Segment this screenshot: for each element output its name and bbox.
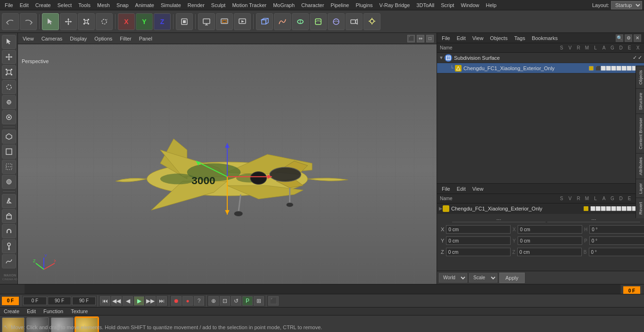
menu-window[interactable]: Window [458,1,482,9]
vp-expand-button[interactable]: ⬛ [407,35,415,42]
z-axis-button[interactable]: Z [154,13,171,30]
vp-arrows-button[interactable]: ⇔ [417,35,424,42]
sidebar-btn-5[interactable] [2,95,16,109]
redo-button[interactable] [20,13,37,30]
menu-edit[interactable]: Edit [17,1,32,9]
tc-extra-1[interactable]: ⊕ [208,296,219,306]
play-button[interactable]: ▶ [134,296,144,306]
menu-pipeline[interactable]: Pipeline [328,1,352,9]
sidebar-btn-box[interactable] [2,145,16,159]
sidebar-btn-wire[interactable] [2,160,16,174]
coord-b-val[interactable]: 0 ° [589,248,644,256]
deformer-button[interactable] [310,13,327,30]
obj-row-chengdu[interactable]: └ Chengdu_FC1_Xiaolong_Exterior_Only ⬛⬜⬜… [437,63,644,73]
menu-simulate[interactable]: Simulate [158,1,184,9]
select-tool-button[interactable] [42,13,59,30]
vp-menu-panel[interactable]: Panel [137,35,154,42]
menu-select[interactable]: Select [55,1,75,9]
coord-y-rot[interactable]: 0 cm [518,236,582,245]
move-tool-button[interactable] [60,13,77,30]
coord-y-pos[interactable]: 0 cm [446,236,511,245]
vp-menu-options[interactable]: Options [92,35,114,42]
mat-function[interactable]: Function [41,308,65,315]
menu-character[interactable]: Character [298,1,327,9]
rvt-attributes[interactable]: Attributes [636,153,644,179]
menu-file[interactable]: File [2,1,16,9]
obj-settings-button[interactable]: ⚙ [625,34,632,42]
obj-row-subdivision[interactable]: ▼ Subdivision Surface ✓ ✓ [437,53,644,63]
undo-button[interactable] [2,13,19,30]
end-frame-input2[interactable] [72,297,96,305]
coord-p-val[interactable]: 0 ° [589,236,644,245]
coord-x-rot[interactable]: 0 cm [518,225,582,234]
current-frame-input[interactable] [2,297,19,305]
menu-tools[interactable]: Tools [75,1,93,9]
menu-render[interactable]: Render [185,1,207,9]
attr-menu-edit[interactable]: Edit [455,185,468,193]
rvt-revert[interactable]: Revert [636,198,644,219]
coord-x-pos[interactable]: 0 cm [446,225,511,234]
tc-extra-4[interactable]: P [242,296,253,306]
sidebar-btn-magnet[interactable] [2,224,16,238]
sidebar-btn-knife[interactable] [2,194,16,208]
expand-icon[interactable]: ▼ [439,55,445,60]
render-to-picture-viewer-button[interactable] [198,13,215,30]
layout-select[interactable]: Startup [611,1,642,9]
apply-button[interactable]: Apply [499,273,525,283]
step-back-button[interactable]: ◀◀ [111,296,122,306]
sidebar-btn-move[interactable] [2,50,16,64]
mat-edit[interactable]: Edit [25,308,38,315]
scale-dropdown[interactable]: Scale [469,273,497,283]
menu-motion-tracker[interactable]: Motion Tracker [229,1,269,9]
scale-tool-button[interactable] [78,13,95,30]
obj-menu-objects[interactable]: Objects [488,34,509,42]
sidebar-btn-rotate[interactable] [2,80,16,94]
x-axis-button[interactable]: X [118,13,135,30]
viewport-canvas[interactable]: 3000 [18,44,437,284]
viewport[interactable]: View Cameras Display Options Filter Pane… [18,33,437,284]
menu-snap[interactable]: Snap [114,1,132,9]
coord-z-pos[interactable]: 0 cm [446,248,511,256]
frame-counter-right[interactable] [623,286,640,294]
step-forward-button[interactable]: ▶▶ [145,296,156,306]
end-frame-input[interactable] [48,297,71,305]
menu-sculpt[interactable]: Sculpt [208,1,229,9]
rvt-content-browser[interactable]: Content Browser [636,113,644,153]
sidebar-btn-extrude[interactable] [2,209,16,223]
vp-fullscreen-button[interactable]: □ [426,35,434,42]
sidebar-btn-select[interactable] [2,35,16,49]
obj-close-button[interactable]: ✕ [634,34,641,42]
obj-menu-bookmarks[interactable]: Bookmarks [530,34,560,42]
menu-3dtoall[interactable]: 3DToAll [413,1,437,9]
nurbs-button[interactable] [292,13,309,30]
tc-extra-3[interactable]: ↺ [231,296,241,306]
sidebar-btn-6[interactable] [2,110,16,124]
rvt-layer[interactable]: Layer [636,179,644,198]
attr-row-chengdu[interactable]: ▶ Chengdu_FC1_Xiaolong_Exterior_Only ⬜⬜⬜… [437,203,644,214]
info-button[interactable]: ? [194,296,204,306]
attr-menu-file[interactable]: File [440,185,452,193]
menu-help[interactable]: Help [483,1,500,9]
obj-menu-tags[interactable]: Tags [512,34,527,42]
sidebar-btn-paint[interactable] [2,239,16,253]
attr-expand[interactable]: ▶ [439,206,443,211]
tc-extra-6[interactable]: ⬛ [268,296,279,306]
start-frame-input[interactable] [23,297,47,305]
tc-extra-5[interactable]: ⊞ [254,296,264,306]
obj-menu-edit[interactable]: Edit [455,34,468,42]
menu-plugins[interactable]: Plugins [353,1,375,9]
sidebar-btn-poly[interactable] [2,130,16,144]
object-mode-button[interactable] [176,13,193,30]
go-end-button[interactable]: ⏭ [157,296,167,306]
world-dropdown[interactable]: World [439,273,467,283]
play-back-button[interactable]: ◀ [123,296,133,306]
render-region-button[interactable] [216,13,233,30]
menu-animate[interactable]: Animate [132,1,157,9]
rvt-objects[interactable]: Objects [636,66,644,89]
menu-mesh[interactable]: Mesh [94,1,113,9]
sidebar-btn-shade[interactable] [2,175,16,189]
record-button[interactable]: ⏺ [171,296,182,306]
mat-create[interactable]: Create [2,308,21,315]
menu-vray[interactable]: V-Ray Bridge [377,1,413,9]
obj-menu-view[interactable]: View [471,34,486,42]
